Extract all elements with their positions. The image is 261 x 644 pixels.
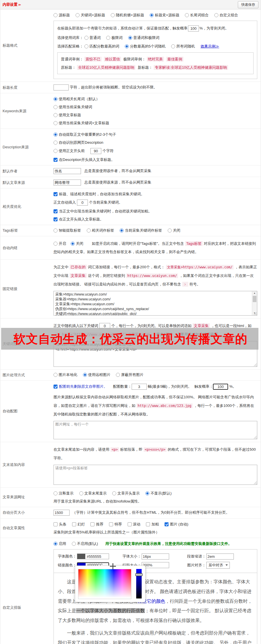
indent-input[interactable] (206, 554, 234, 560)
scrollbar-thumb[interactable] (253, 296, 256, 302)
pagination-input[interactable] (54, 510, 70, 516)
checkbox-slideshow[interactable]: 幻灯 (72, 522, 85, 527)
resize-grip-icon[interactable] (253, 312, 257, 315)
font-color-swatch[interactable] (77, 554, 85, 559)
scroll-up-icon[interactable]: ▲ (252, 291, 257, 295)
radio-current-keyword-tags[interactable]: 当前采集关键词作标签 (120, 228, 162, 233)
resize-grip-icon[interactable] (253, 363, 257, 366)
radio-image-block[interactable]: 屏蔽所有图片 (116, 372, 143, 377)
radio-icon (128, 36, 132, 40)
image-align-select[interactable]: 居中对齐 (206, 562, 230, 569)
effect-demo-link[interactable]: 效果示例≫ (201, 44, 219, 48)
radio-article-title[interactable]: 使用文章标题 (54, 113, 81, 117)
checkbox-headline[interactable]: 头条 (54, 522, 66, 527)
radio-innerlink-off[interactable]: 关闭 (71, 239, 83, 248)
radio-auto-extract[interactable]: 自动提取正文中最重要的2-3个句子 (54, 132, 116, 137)
checkbox-scroll[interactable]: 滚动 (128, 522, 141, 527)
radio-label: 当前采集关键词作标签 (125, 228, 162, 233)
default-author-input[interactable] (54, 168, 81, 174)
checkbox-low-relevance[interactable]: 标题、描述相关度低时，自动添加当前采集关键词。 (54, 192, 145, 196)
radio-show-begin[interactable]: 文章开头显示 (112, 491, 140, 496)
radio-related-longtail[interactable]: 使用相关长尾词（默认） (54, 96, 100, 101)
radio-random-prefix-title[interactable]: 随机前缀+源标题 (111, 13, 144, 17)
description-chars-input[interactable] (90, 148, 101, 154)
pagination-controls: （字符）计算中英文及其标点符号，但不包含HTML，为0则不分页。部分程序可能不支… (54, 510, 258, 516)
image-count-input[interactable] (132, 384, 147, 390)
title-length-input[interactable] (54, 84, 69, 90)
picker-crosshair-icon[interactable] (110, 563, 116, 569)
radio-smart-tags[interactable]: 智能提取标签 (54, 228, 81, 233)
checkbox-recommend[interactable]: 推荐 (90, 522, 103, 527)
radio-innerlink-on[interactable]: 开启 (54, 239, 66, 248)
resize-grip-icon[interactable] (253, 435, 257, 439)
checkbox-image-auto[interactable]: 图片 (自动) (165, 522, 188, 527)
radio-keyword-source-title[interactable]: 关键词+源标题 (76, 13, 105, 17)
checkbox-insert-title-description[interactable]: 在Description开头插入文章标题。 (54, 157, 115, 162)
radio-both-words[interactable]: 普通词和极限词 (128, 35, 159, 40)
font-color-input[interactable]: #555555 (77, 554, 109, 559)
radio-source-title[interactable]: 源标题 (54, 13, 70, 17)
radio-body-prefix[interactable]: 使用正文开头前 (54, 148, 85, 153)
quick-save-button[interactable]: 快速保存 (238, 1, 258, 8)
radio-label: 极限词 (111, 36, 122, 40)
image-prob-input[interactable] (213, 384, 228, 390)
checkbox-bold[interactable]: 加粗 (146, 522, 159, 527)
radio-show-comment[interactable]: 注释显示 (54, 491, 74, 496)
radio-extreme-words[interactable]: 极限词 (106, 35, 122, 40)
radio-original-description[interactable]: 自动识别原网页Description (54, 140, 103, 145)
radio-related-word-tags[interactable]: 相关词作标签 (87, 228, 114, 233)
checkbox-icon (165, 522, 169, 526)
default-source-input[interactable] (54, 180, 81, 186)
radio-current-keyword[interactable]: 使用当前采集关键词 (54, 105, 92, 109)
saturation-gradient-area[interactable] (78, 569, 131, 599)
auto-image-textarea[interactable] (54, 421, 257, 439)
radio-image-remote[interactable]: 使用远程图片 (83, 372, 110, 377)
radio-show-end[interactable]: 文章末尾显示 (79, 491, 107, 496)
checkbox-special[interactable]: 特荐 (109, 522, 122, 527)
radio-icon (54, 229, 58, 233)
fixed-links-intro: 为正文中已存在的词汇添加链接，每行一个，最多200个，格式：文章采集>https… (54, 263, 257, 289)
radio-tags-off[interactable]: 关闭 (168, 228, 180, 233)
title-probability-input[interactable] (188, 25, 199, 31)
radio-typo-enable[interactable]: 启用 (54, 541, 66, 546)
chevron-down-icon (226, 564, 228, 566)
radio-show-none[interactable]: 不显示(默认) (145, 491, 172, 496)
radio-typo-disable[interactable]: 不启用(默认) (72, 541, 98, 546)
description-source-controls: 自动提取正文中最重要的2-3个句子 自动识别原网页Description 使用正… (54, 131, 258, 163)
radio-icon (79, 491, 83, 495)
radio-image-localize[interactable]: 图片本地化 (54, 372, 77, 377)
fixed-links-textarea[interactable]: 采集>https://www.ucaiyun.com/ 采集器>https://… (54, 291, 257, 316)
radio-clickbait-title[interactable]: 标题党+源标题 (150, 13, 179, 17)
radio-top5-random[interactable]: 分数最高的5个词随机 (125, 44, 165, 49)
collapse-chevron-icon[interactable]: ≫ (18, 3, 21, 6)
radio-all-random[interactable]: 所有词随机 (171, 44, 195, 49)
radio-label: 源标题 (59, 13, 70, 17)
tags-label: Tags标签 (3, 228, 54, 233)
typography-controls: 启用 不启用(默认) 用于快速设置文章的外观显示效果，注意使用此功能需安装最新版… (54, 541, 258, 644)
checkbox-insert-title-body[interactable]: 在正文开头插入文章标题。 (54, 217, 104, 222)
typography-box: 字体颜色： #555555 字体大小： 段首缩进： (54, 549, 257, 644)
append-content-textarea[interactable] (54, 465, 257, 485)
checkbox-remove-original-images[interactable]: 配图前先删除原文自带图片。 (54, 384, 107, 389)
example-word: 最佳案例 (166, 57, 183, 62)
radio-label: 不启用(默认) (77, 541, 98, 546)
resize-grip-icon[interactable] (253, 481, 257, 484)
brightness-slider-handle[interactable] (135, 573, 143, 576)
font-size-input[interactable] (142, 554, 169, 560)
checkbox-bold-keyword[interactable]: 当正文中出现当前采集关键词时，自动把该关键词加粗。 (54, 209, 152, 214)
line-height-input[interactable] (142, 562, 169, 568)
indent-label: 段首缩进： (187, 554, 206, 559)
inner-link-desc-a: 如需开启此功能，请同时开启“Tags标签”。当正文中包含 (92, 241, 184, 246)
image-count-label: 配图数量： (113, 384, 132, 389)
radio-keyword-plus-title[interactable]: 使用当前采集关键词+文章标题 (54, 121, 109, 125)
row-auto-image: 自动配图 配图前先删除原文自带图片。 配图数量：幅(最多5幅)，为0则关闭。 触… (0, 381, 261, 442)
radio-icon (72, 542, 76, 546)
image-align-value: 居中对齐 (208, 563, 223, 568)
checkbox-label: 头条 (59, 522, 66, 526)
insert-count-input[interactable] (77, 200, 88, 206)
checkbox-label: 图片 (自动) (170, 522, 188, 526)
radio-longtail-combo[interactable]: 长尾词组合 (185, 13, 209, 17)
radio-highest-score[interactable]: 匹配分数最高的词 (84, 44, 119, 49)
radio-custom-combo[interactable]: 自定义组合 (214, 13, 238, 17)
radio-normal-words[interactable]: 普通词 (84, 35, 101, 40)
